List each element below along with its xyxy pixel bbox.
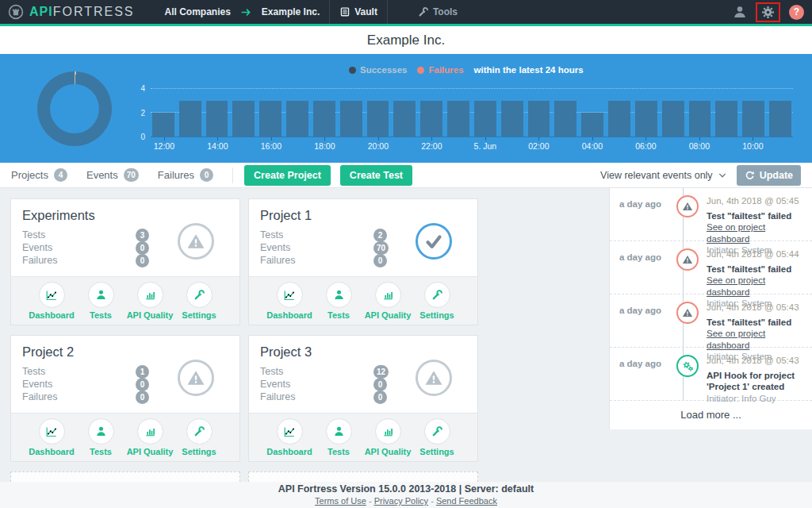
- success-bar: [769, 101, 791, 137]
- settings-highlight-box: [756, 2, 780, 22]
- success-bar: [715, 101, 737, 137]
- x-tick-label: 12:00: [154, 141, 174, 151]
- card-top: Project 2 Tests1 Events0 Failures0: [11, 336, 239, 413]
- nav-vault[interactable]: Vault: [330, 0, 387, 24]
- wrench-icon: [193, 425, 205, 437]
- event-initiator: Initiator: Info Guy: [707, 393, 806, 405]
- settings-button[interactable]: Settings: [174, 282, 224, 325]
- load-more-button[interactable]: Load more ...: [610, 401, 812, 429]
- legend-failures: Failures: [417, 65, 463, 75]
- success-bar: [689, 101, 711, 137]
- help-icon[interactable]: ?: [789, 5, 804, 20]
- x-tick-label: 18:00: [314, 141, 335, 151]
- events-filter-label: View relevant events only: [600, 170, 713, 181]
- dashboard-button[interactable]: Dashboard: [265, 418, 314, 461]
- legend-successes: Successes: [349, 65, 407, 75]
- events-filter-dropdown[interactable]: View relevant events only: [600, 170, 727, 181]
- success-bar: [554, 101, 576, 137]
- project-title: Project 2: [22, 344, 228, 360]
- create-project-button[interactable]: Create Project: [244, 165, 331, 186]
- feedback-link[interactable]: Send Feedback: [436, 496, 497, 506]
- warning-triangle-icon: [186, 368, 205, 387]
- x-tick-mark: [378, 137, 379, 140]
- toolbar-separator: [232, 167, 233, 183]
- event-time-ago: a day ago: [619, 355, 668, 400]
- settings-button[interactable]: Settings: [174, 418, 224, 461]
- tests-badge: 3: [136, 229, 149, 242]
- x-axis: 12:0014:0016:0018:0020:0022:005. Jun02:0…: [151, 137, 793, 152]
- gear-icon[interactable]: [761, 6, 775, 19]
- check-icon: [423, 231, 444, 252]
- card-actions: Dashboard Tests API Quality Settings: [249, 276, 477, 325]
- x-tick-label: 22:00: [421, 141, 442, 151]
- nav-all-companies[interactable]: All Companies: [155, 0, 240, 24]
- x-tick-mark: [485, 137, 486, 140]
- bar-chart: 024 12:0014:0016:0018:0020:0022:005. Jun…: [133, 89, 793, 137]
- tests-button[interactable]: Tests: [314, 418, 363, 461]
- api-quality-button[interactable]: API Quality: [363, 418, 412, 461]
- dashboard-button[interactable]: Dashboard: [265, 282, 314, 325]
- refresh-icon: [745, 170, 755, 180]
- x-tick-mark: [538, 137, 539, 140]
- nav-tools[interactable]: Tools: [408, 0, 467, 24]
- project-card-experiments: Experiments Tests3 Events0 Failures0 Das…: [10, 198, 240, 325]
- wrench-icon: [431, 425, 443, 437]
- privacy-link[interactable]: Privacy Policy: [374, 496, 428, 506]
- topbar-right: ?: [733, 2, 804, 22]
- clipped-card: [10, 471, 240, 482]
- warning-event-icon: [676, 302, 699, 324]
- update-button[interactable]: Update: [737, 165, 801, 186]
- dashboard-button[interactable]: Dashboard: [27, 282, 76, 325]
- x-tick-mark: [753, 137, 753, 140]
- tests-button[interactable]: Tests: [76, 282, 125, 325]
- status-success-badge: [416, 223, 452, 260]
- dashboard-button[interactable]: Dashboard: [27, 418, 76, 461]
- project-card-project-1: Project 1 Tests2 Events70 Failures0 Dash…: [248, 198, 478, 325]
- card-actions: Dashboard Tests API Quality Settings: [11, 276, 239, 325]
- footer-links: Terms of Use - Privacy Policy - Send Fee…: [0, 496, 812, 506]
- settings-button[interactable]: Settings: [412, 418, 462, 461]
- stat-events: Events 70: [86, 168, 139, 182]
- app-logo[interactable]: APIFORTRESS: [8, 4, 135, 20]
- x-tick-mark: [324, 137, 325, 140]
- tests-button[interactable]: Tests: [314, 282, 363, 325]
- success-bar: [635, 101, 657, 137]
- terms-link[interactable]: Terms of Use: [315, 496, 366, 506]
- settings-button[interactable]: Settings: [412, 282, 462, 325]
- event-item: a day ago Jun, 4th 2018 @ 05:44 Test "fa…: [610, 241, 812, 294]
- x-tick-mark: [699, 137, 700, 140]
- success-bar: [367, 101, 389, 137]
- card-top: Experiments Tests3 Events0 Failures0: [11, 199, 239, 276]
- x-tick-label: 02:00: [528, 141, 549, 151]
- toolbar-right: View relevant events only Update: [600, 165, 801, 186]
- user-icon[interactable]: [733, 5, 747, 19]
- status-warning-badge: [178, 360, 214, 396]
- project-card-project-3: Project 3 Tests12 Events0 Failures0 Dash…: [248, 335, 478, 462]
- line-chart-icon: [45, 289, 58, 302]
- donut-chart: [37, 71, 112, 146]
- success-bar: [420, 101, 442, 137]
- y-tick-label: 0: [140, 133, 145, 141]
- success-bar: [179, 101, 201, 137]
- api-quality-button[interactable]: API Quality: [363, 282, 412, 325]
- vault-icon: [339, 6, 350, 17]
- fortress-logo-icon: [8, 4, 24, 20]
- tests-button[interactable]: Tests: [76, 418, 125, 461]
- event-date: Jun, 4th 2018 @ 05:43: [707, 355, 806, 367]
- api-quality-button[interactable]: API Quality: [125, 418, 174, 461]
- event-title: API Hook for project 'Project 1' created: [707, 370, 806, 393]
- wrench-icon: [431, 289, 443, 301]
- stat-projects: Projects 4: [11, 168, 67, 182]
- event-time-ago: a day ago: [619, 195, 668, 241]
- success-bar: [742, 101, 764, 137]
- create-test-button[interactable]: Create Test: [340, 165, 412, 186]
- bar-chart-icon: [144, 289, 156, 301]
- nav-company[interactable]: Example Inc.: [252, 0, 329, 24]
- event-item: a day ago Jun, 4th 2018 @ 05:43 API Hook…: [610, 348, 812, 401]
- bar-chart-icon: [144, 425, 156, 437]
- api-quality-button[interactable]: API Quality: [125, 282, 174, 325]
- status-warning-badge: [416, 360, 452, 396]
- person-icon: [333, 425, 345, 437]
- success-bar: [581, 113, 603, 137]
- x-tick-label: 06:00: [635, 141, 656, 151]
